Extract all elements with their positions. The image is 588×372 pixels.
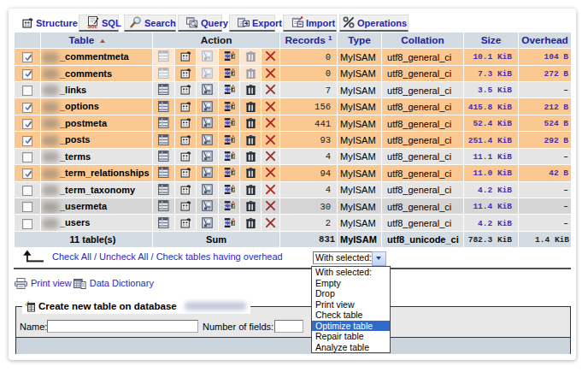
svg-text:SQL: SQL <box>88 23 98 27</box>
